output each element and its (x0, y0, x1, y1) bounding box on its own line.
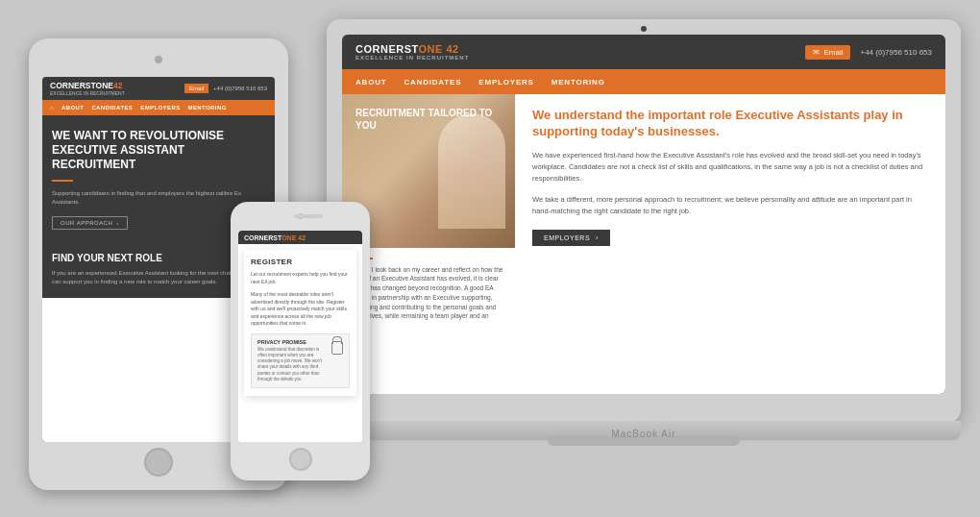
macbook-phone: +44 (0)7956 510 653 (860, 48, 932, 57)
tablet-btn-arrow-icon: › (116, 220, 119, 226)
phone-screen: CORNERSTONE 42 REGISTER Let our recruitm… (238, 231, 362, 442)
macbook-body: CORNERSTONE 42 EXCELLENCE IN RECRUITMENT… (327, 19, 961, 423)
macbook-menu-candidates[interactable]: CANDIDATES (404, 78, 461, 86)
employers-arrow-icon: › (596, 234, 599, 241)
macbook-website: CORNERSTONE 42 EXCELLENCE IN RECRUITMENT… (342, 35, 945, 394)
tablet-menu-candidates[interactable]: CANDIDATES (91, 105, 133, 111)
macbook-employers-btn[interactable]: EMPLOYERS › (532, 230, 610, 246)
macbook-menu-about[interactable]: ABOUT (355, 78, 386, 86)
phone-body: CORNERSTONE 42 REGISTER Let our recruitm… (231, 202, 370, 480)
macbook-nav-contact: ✉ Email +44 (0)7956 510 653 (805, 45, 932, 60)
tablet-nav: CORNERSTONE42 EXCELLENCE IN RECRUITMENT … (42, 77, 275, 100)
tablet-camera-icon (155, 56, 162, 63)
macbook-nav: CORNERSTONE 42 EXCELLENCE IN RECRUITMENT… (342, 35, 945, 69)
phone-home-button[interactable] (289, 448, 312, 471)
phone-privacy-text: PRIVACY PROMISE We understand that discr… (257, 339, 327, 383)
macbook-screen: CORNERSTONE 42 EXCELLENCE IN RECRUITMENT… (342, 35, 945, 394)
macbook-camera-icon (641, 26, 647, 32)
phone-logo: CORNERSTONE 42 (244, 234, 306, 241)
tablet-menu: ⌂ ABOUT CANDIDATES EMPLOYERS MENTORING (42, 100, 275, 115)
macbook-right-heading: We understand the important role Executi… (532, 108, 928, 140)
tablet-hero-divider (52, 180, 73, 182)
phone-privacy-body: We understand that discretion is often i… (257, 347, 327, 383)
tablet-menu-mentoring[interactable]: MENTORING (188, 105, 227, 111)
phone-register-p1: Let our recruitment experts help you fin… (251, 271, 350, 285)
tablet-email-btn[interactable]: Email (184, 84, 208, 93)
macbook-menu-employers[interactable]: EMPLOYERS (478, 78, 533, 86)
macbook-right-p1: We have experienced first-hand how the E… (532, 150, 928, 185)
phone-device: CORNERSTONE 42 REGISTER Let our recruitm… (231, 202, 370, 480)
phone-register-title: REGISTER (251, 258, 350, 266)
macbook-main: RECRUITMENT TAILORED TO YOU When I look … (342, 94, 945, 394)
phone-screen-bezel: CORNERSTONE 42 REGISTER Let our recruitm… (238, 231, 362, 442)
tablet-hero-heading: WE WANT TO REVOLUTIONISE EXECUTIVE ASSIS… (52, 129, 265, 172)
macbook-quote-text: When I look back on my career and reflec… (354, 265, 503, 322)
tablet-logo: CORNERSTONE42 EXCELLENCE IN RECRUITMENT (50, 81, 125, 96)
tablet-menu-home[interactable]: ⌂ (50, 105, 54, 111)
macbook-right-p2: We take a different, more personal appro… (532, 194, 928, 217)
tablet-menu-employers[interactable]: EMPLOYERS (140, 105, 180, 111)
phone-privacy-section: PRIVACY PROMISE We understand that discr… (251, 333, 350, 389)
tablet-approach-btn[interactable]: OUR APPROACH › (52, 216, 128, 230)
phone-speaker (294, 214, 323, 218)
macbook-menu-mentoring[interactable]: MENTORING (551, 78, 605, 86)
tablet-menu-about[interactable]: ABOUT (61, 105, 84, 111)
macbook-hero-heading: RECRUITMENT TAILORED TO YOU (355, 108, 515, 132)
macbook-device: CORNERSTONE 42 EXCELLENCE IN RECRUITMENT… (327, 19, 961, 500)
macbook-brand-label: MacBook Air (611, 429, 675, 439)
tablet-phone: +44 (0)7956 510 653 (213, 86, 267, 91)
macbook-right-panel: We understand the important role Executi… (515, 94, 945, 394)
tablet-nav-right: Email +44 (0)7956 510 653 (184, 84, 267, 93)
tablet-home-button[interactable] (144, 448, 173, 477)
scene: CORNERSTONE42 EXCELLENCE IN RECRUITMENT … (0, 0, 980, 517)
macbook-menu: ABOUT CANDIDATES EMPLOYERS MENTORING (342, 69, 945, 94)
macbook-email-btn[interactable]: ✉ Email (805, 45, 850, 60)
lock-icon (331, 341, 343, 355)
macbook-logo: CORNERSTONE 42 EXCELLENCE IN RECRUITMENT (355, 43, 469, 62)
envelope-icon: ✉ (813, 48, 820, 57)
phone-header: CORNERSTONE 42 (238, 231, 362, 244)
phone-register-card: REGISTER Let our recruitment experts hel… (244, 250, 356, 396)
macbook-screen-bezel: CORNERSTONE 42 EXCELLENCE IN RECRUITMENT… (342, 35, 945, 394)
phone-register-p2: Many of the most desirable roles aren't … (251, 291, 350, 328)
phone-privacy-title: PRIVACY PROMISE (257, 339, 327, 345)
